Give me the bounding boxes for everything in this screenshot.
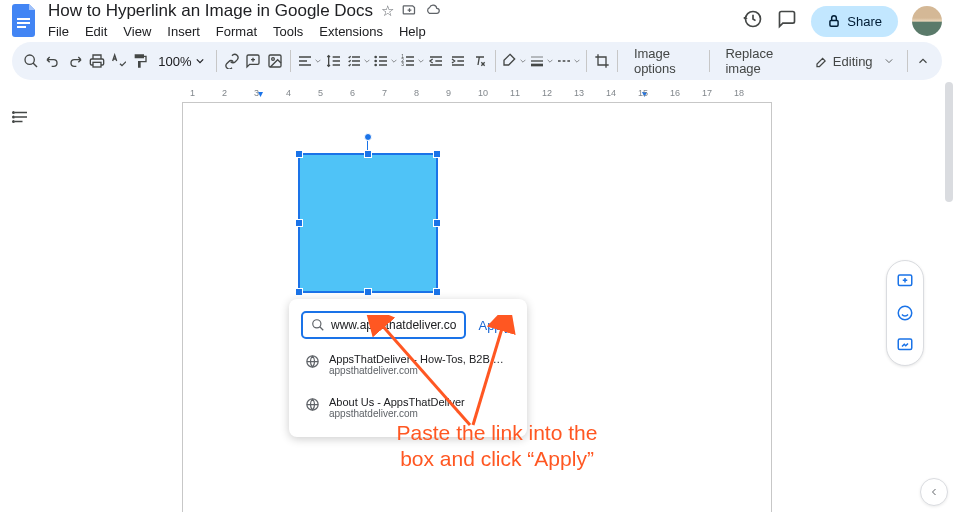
svg-point-7 [272, 58, 275, 61]
globe-icon [305, 354, 321, 370]
add-comment-icon[interactable] [244, 48, 263, 74]
zoom-select[interactable]: 100% [152, 54, 209, 69]
avatar[interactable] [912, 6, 942, 36]
svg-point-10 [375, 64, 376, 65]
border-dash-icon[interactable] [556, 48, 580, 74]
undo-icon[interactable] [44, 48, 63, 74]
decrease-indent-icon[interactable] [427, 48, 446, 74]
collapse-icon[interactable] [913, 48, 932, 74]
globe-icon [305, 397, 321, 413]
menu-edit[interactable]: Edit [77, 22, 115, 41]
link-icon[interactable] [222, 48, 241, 74]
star-icon[interactable]: ☆ [381, 2, 394, 20]
suggestion-url: appsthatdeliver.com [329, 365, 511, 376]
suggestion-title: AppsThatDeliver - How-Tos, B2B Software … [329, 353, 511, 365]
svg-rect-0 [17, 18, 30, 20]
annotation-text: Paste the link into the box and click “A… [352, 420, 642, 473]
redo-icon[interactable] [65, 48, 84, 74]
svg-point-16 [13, 121, 15, 123]
resize-handle[interactable] [295, 288, 303, 296]
resize-handle[interactable] [364, 150, 372, 158]
toolbar: 100% 123 Image options Replace image Edi… [12, 42, 942, 80]
rotate-handle[interactable] [364, 133, 372, 141]
ruler[interactable]: ▾ ▾ 123456789101112131415161718 [182, 88, 772, 102]
spellcheck-icon[interactable] [109, 48, 128, 74]
svg-rect-1 [17, 22, 30, 24]
link-url-input[interactable] [331, 318, 456, 332]
resize-handle[interactable] [295, 219, 303, 227]
resize-handle[interactable] [433, 288, 441, 296]
menu-extensions[interactable]: Extensions [311, 22, 391, 41]
share-button[interactable]: Share [811, 6, 898, 37]
share-label: Share [847, 14, 882, 29]
suggestion-url: appsthatdeliver.com [329, 408, 465, 419]
replace-image-button[interactable]: Replace image [715, 46, 797, 76]
move-icon[interactable] [402, 2, 417, 20]
svg-text:3: 3 [401, 62, 404, 67]
menu-view[interactable]: View [115, 22, 159, 41]
link-suggestion[interactable]: AppsThatDeliver - How-Tos, B2B Software … [301, 347, 515, 382]
bulleted-list-icon[interactable] [373, 48, 397, 74]
print-icon[interactable] [87, 48, 106, 74]
svg-rect-5 [93, 62, 101, 67]
apply-button[interactable]: Apply [474, 318, 515, 333]
suggest-edit-icon[interactable] [891, 331, 919, 359]
history-icon[interactable] [743, 9, 763, 33]
align-icon[interactable] [297, 48, 321, 74]
line-spacing-icon[interactable] [324, 48, 343, 74]
paint-format-icon[interactable] [131, 48, 150, 74]
editing-mode-button[interactable]: Editing [804, 54, 901, 69]
svg-point-21 [898, 306, 912, 320]
side-action-panel [886, 260, 924, 366]
svg-point-4 [25, 55, 34, 64]
outline-icon[interactable] [12, 108, 30, 510]
checklist-icon[interactable] [346, 48, 370, 74]
menu-bar: File Edit View Insert Format Tools Exten… [48, 22, 733, 41]
svg-point-17 [313, 320, 321, 328]
resize-handle[interactable] [433, 219, 441, 227]
resize-handle[interactable] [364, 288, 372, 296]
suggestion-title: About Us - AppsThatDeliver [329, 396, 465, 408]
menu-format[interactable]: Format [208, 22, 265, 41]
insert-image-icon[interactable] [266, 48, 285, 74]
increase-indent-icon[interactable] [449, 48, 468, 74]
numbered-list-icon[interactable]: 123 [400, 48, 424, 74]
border-color-icon[interactable] [502, 48, 526, 74]
menu-help[interactable]: Help [391, 22, 434, 41]
svg-rect-3 [830, 20, 838, 26]
search-icon[interactable] [22, 48, 41, 74]
add-comment-icon[interactable] [891, 267, 919, 295]
border-weight-icon[interactable] [529, 48, 553, 74]
resize-handle[interactable] [433, 150, 441, 158]
comment-icon[interactable] [777, 9, 797, 33]
clear-format-icon[interactable] [470, 48, 489, 74]
doc-title[interactable]: How to Hyperlink an Image in Google Docs [48, 1, 373, 21]
svg-point-9 [375, 60, 376, 61]
selected-image[interactable] [298, 153, 438, 293]
scrollbar[interactable] [944, 82, 954, 512]
menu-tools[interactable]: Tools [265, 22, 311, 41]
svg-point-14 [13, 112, 15, 114]
svg-point-8 [375, 56, 376, 57]
svg-rect-2 [17, 26, 26, 28]
docs-logo[interactable] [12, 4, 38, 38]
emoji-icon[interactable] [891, 299, 919, 327]
link-popup: Apply AppsThatDeliver - How-Tos, B2B Sof… [289, 299, 527, 437]
resize-handle[interactable] [295, 150, 303, 158]
menu-file[interactable]: File [48, 22, 77, 41]
crop-icon[interactable] [592, 48, 611, 74]
menu-insert[interactable]: Insert [159, 22, 208, 41]
cloud-icon[interactable] [425, 2, 441, 20]
image-options-button[interactable]: Image options [624, 46, 703, 76]
svg-point-15 [13, 116, 15, 118]
